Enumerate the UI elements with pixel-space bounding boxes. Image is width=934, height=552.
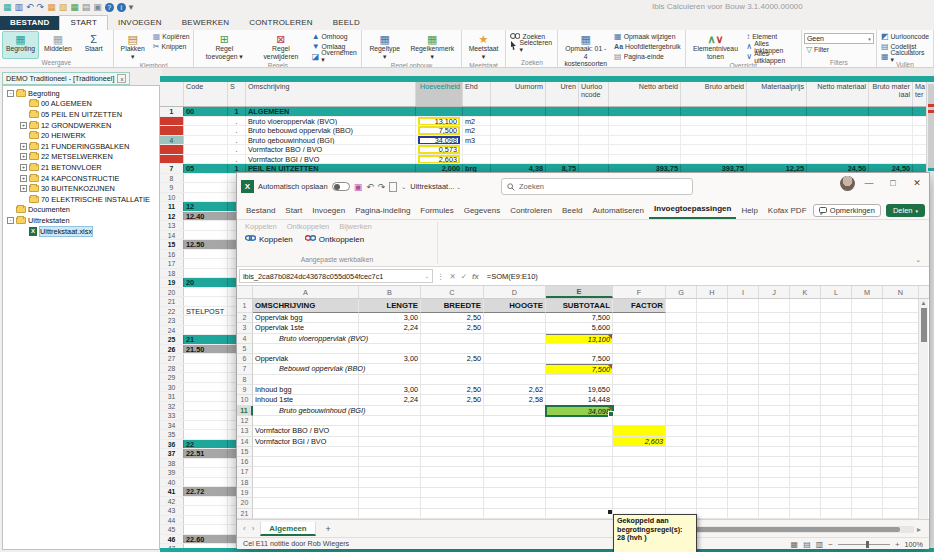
grid-cell-code[interactable] bbox=[184, 231, 228, 240]
cell-H7[interactable] bbox=[697, 364, 728, 374]
grid-cell-code[interactable] bbox=[184, 145, 228, 154]
grid-column-header-uurloon[interactable]: Uurlooncode bbox=[579, 82, 609, 106]
cell-G5[interactable] bbox=[666, 344, 697, 354]
grid-column-header-netto_mat[interactable]: Netto materiaal bbox=[807, 82, 869, 106]
cell-E15[interactable] bbox=[546, 447, 613, 457]
row-number[interactable]: 35 bbox=[160, 430, 184, 439]
knippen-button[interactable]: ✂Knippen bbox=[151, 42, 192, 51]
sheet-horizontal-scrollbar[interactable]: ◂ ▸ bbox=[661, 525, 921, 533]
cell-H16[interactable] bbox=[697, 457, 728, 467]
cell-B14[interactable] bbox=[359, 437, 421, 447]
cell-L18[interactable] bbox=[821, 478, 852, 488]
cell-C8[interactable] bbox=[421, 375, 484, 385]
cell-E13[interactable] bbox=[546, 426, 613, 436]
cell-C9[interactable]: 2,50 bbox=[421, 385, 484, 395]
excel-tab-kofax-pdf[interactable]: Kofax PDF bbox=[763, 203, 812, 219]
cell-E17[interactable] bbox=[546, 467, 613, 477]
cell-L10[interactable] bbox=[821, 395, 852, 405]
cell-F5[interactable] bbox=[613, 344, 666, 354]
cell-C1[interactable]: BREEDTE bbox=[421, 299, 484, 313]
tree-item-documenten[interactable]: Documenten bbox=[3, 205, 159, 216]
cell-M13[interactable] bbox=[852, 426, 883, 436]
calendar-icon[interactable]: ▦ bbox=[47, 3, 56, 12]
grid-cell-code[interactable] bbox=[184, 250, 228, 259]
cell-G15[interactable] bbox=[666, 447, 697, 457]
cell-G1[interactable] bbox=[666, 299, 697, 313]
cell-M3[interactable] bbox=[852, 323, 883, 333]
undo-icon[interactable]: ↶ bbox=[366, 182, 374, 192]
cell-J19[interactable] bbox=[759, 488, 790, 498]
cell-H4[interactable] bbox=[697, 334, 728, 344]
meetstaat-button[interactable]: ★Meetstaat ▾ bbox=[464, 31, 504, 62]
row-number[interactable]: 30 bbox=[160, 383, 184, 392]
redo-icon[interactable]: ↷ bbox=[378, 182, 386, 192]
cell-L17[interactable] bbox=[821, 467, 852, 477]
row-number[interactable]: 42 bbox=[160, 497, 184, 506]
cell-K5[interactable] bbox=[790, 344, 821, 354]
normal-view-icon[interactable]: ▦ bbox=[791, 540, 799, 549]
grid-cell-uurloon[interactable] bbox=[579, 145, 609, 154]
cell-I3[interactable] bbox=[728, 323, 759, 333]
cell-N4[interactable] bbox=[883, 334, 919, 344]
calculators-button[interactable]: ▦Calculators ▾ bbox=[879, 52, 931, 61]
row-number[interactable]: 23 bbox=[160, 316, 184, 325]
grid-cell-oms[interactable]: Bruto vloeroppervlak (BVO) bbox=[246, 117, 416, 126]
cell-M10[interactable] bbox=[852, 395, 883, 405]
koppelen-button[interactable]: Koppelen bbox=[245, 234, 293, 244]
cell-D6[interactable] bbox=[484, 354, 546, 364]
cell-I13[interactable] bbox=[728, 426, 759, 436]
grid-cell-uurloon[interactable] bbox=[579, 126, 609, 135]
cell-G18[interactable] bbox=[666, 478, 697, 488]
expand-icon[interactable]: + bbox=[20, 175, 27, 182]
cell-M15[interactable] bbox=[852, 447, 883, 457]
scrollbar-thumb[interactable] bbox=[672, 527, 900, 532]
cell-I21[interactable] bbox=[728, 509, 759, 519]
cell-G19[interactable] bbox=[666, 488, 697, 498]
cell-D12[interactable] bbox=[484, 416, 546, 426]
cell-F11[interactable] bbox=[613, 406, 666, 416]
cell-M4[interactable] bbox=[852, 334, 883, 344]
row-header-7[interactable]: 7 bbox=[237, 364, 253, 374]
cell-G20[interactable] bbox=[666, 498, 697, 508]
cell-J18[interactable] bbox=[759, 478, 790, 488]
grid-cell-code[interactable] bbox=[184, 373, 228, 382]
grid-cell-code[interactable] bbox=[184, 421, 228, 430]
grid-cell-netto_mat[interactable] bbox=[807, 136, 869, 145]
select-all-cell[interactable] bbox=[237, 286, 253, 298]
grid-cell-code[interactable] bbox=[184, 221, 228, 230]
cell-I7[interactable] bbox=[728, 364, 759, 374]
cell-H14[interactable] bbox=[697, 437, 728, 447]
cell-L1[interactable] bbox=[821, 299, 852, 313]
cell-I1[interactable] bbox=[728, 299, 759, 313]
row-header-12[interactable]: 12 bbox=[237, 416, 253, 426]
ontkoppelen-button[interactable]: Ontkoppelen bbox=[305, 234, 364, 244]
cell-H15[interactable] bbox=[697, 447, 728, 457]
cell-I19[interactable] bbox=[728, 488, 759, 498]
grid-cell-code[interactable] bbox=[184, 516, 228, 525]
cell-C3[interactable]: 2,50 bbox=[421, 323, 484, 333]
cell-N13[interactable] bbox=[883, 426, 919, 436]
grid-cell-uurnorm[interactable] bbox=[491, 145, 546, 154]
cell-K21[interactable] bbox=[790, 509, 821, 519]
grid-cell-netto_mat[interactable] bbox=[807, 126, 869, 135]
tree-item-30-buitenkozijnen[interactable]: +30 BUITENKOZIJNEN bbox=[3, 183, 159, 194]
cell-C21[interactable] bbox=[421, 509, 484, 519]
cell-D11[interactable] bbox=[484, 406, 546, 416]
grid-cell-netto_mat[interactable] bbox=[807, 155, 869, 164]
column-header-N[interactable]: N bbox=[883, 286, 919, 298]
name-box[interactable]: ibis_2ca87b0824dc43678c055d054fcec7c1 ⌄ bbox=[239, 269, 433, 283]
grid-cell-code[interactable] bbox=[184, 411, 228, 420]
cell-H21[interactable] bbox=[697, 509, 728, 519]
app-tab-beeld[interactable]: BEELD bbox=[323, 16, 370, 30]
row-number[interactable]: 29 bbox=[160, 373, 184, 382]
cell-B18[interactable] bbox=[359, 478, 421, 488]
cell-H19[interactable] bbox=[697, 488, 728, 498]
cell-G12[interactable] bbox=[666, 416, 697, 426]
cell-L8[interactable] bbox=[821, 375, 852, 385]
cell-F19[interactable] bbox=[613, 488, 666, 498]
cell-E14[interactable] bbox=[546, 437, 613, 447]
cell-B19[interactable] bbox=[359, 488, 421, 498]
grid-column-header-netto_arbeid[interactable]: Netto arbeid bbox=[609, 82, 681, 106]
grid-cell-oms[interactable]: Vormfactor BGI / BVO bbox=[246, 155, 416, 164]
cell-D3[interactable] bbox=[484, 323, 546, 333]
